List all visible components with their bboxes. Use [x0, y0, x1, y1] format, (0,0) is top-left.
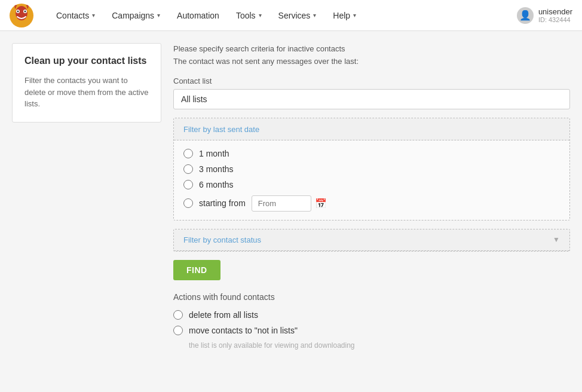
tools-caret: ▾ — [259, 12, 262, 19]
filter-date-title: Filter by last sent date — [183, 125, 259, 134]
svg-point-5 — [24, 10, 26, 12]
radio-input-from[interactable] — [183, 198, 193, 208]
navbar-user[interactable]: 👤 unisender ID: 432444 — [517, 7, 572, 24]
main-content: Please specify search criteria for inact… — [173, 43, 570, 350]
calendar-icon[interactable]: 📅 — [315, 198, 327, 209]
action-radio-delete[interactable] — [173, 310, 183, 320]
from-date-input[interactable] — [252, 195, 311, 212]
nav-item-campaigns[interactable]: Campaigns ▾ — [103, 0, 169, 31]
help-caret: ▾ — [353, 12, 356, 19]
contact-list-label: Contact list — [173, 76, 570, 85]
page-content: Clean up your contact lists Filter the c… — [0, 31, 582, 362]
logo[interactable] — [10, 4, 33, 27]
actions-label: Actions with found contacts — [173, 292, 570, 302]
radio-input-6months[interactable] — [183, 180, 193, 189]
contact-list-select[interactable]: All lists — [173, 89, 570, 109]
campaigns-caret: ▾ — [157, 12, 160, 19]
radio-label-from: starting from — [199, 198, 246, 208]
nav-item-help[interactable]: Help ▾ — [324, 0, 364, 31]
from-input-wrap: 📅 — [252, 195, 327, 212]
radio-3months[interactable]: 3 months — [183, 164, 560, 174]
sidebar-card: Clean up your contact lists Filter the c… — [12, 43, 161, 122]
filter-status-header[interactable]: Filter by contact status ▼ — [174, 229, 569, 251]
sidebar-title: Clean up your contact lists — [24, 56, 149, 66]
radio-label-6months: 6 months — [199, 180, 234, 189]
nav-links: Contacts ▾ Campaigns ▾ Automation Tools … — [48, 0, 517, 31]
radio-input-1month[interactable] — [183, 149, 193, 158]
action-delete: delete from all lists — [173, 310, 570, 320]
radio-6months[interactable]: 6 months — [183, 180, 560, 189]
sidebar-description: Filter the contacts you want to delete o… — [24, 75, 149, 110]
nav-item-tools[interactable]: Tools ▾ — [228, 0, 270, 31]
services-caret: ▾ — [313, 12, 316, 19]
filter-status-toggle-icon: ▼ — [553, 235, 560, 244]
navbar: Contacts ▾ Campaigns ▾ Automation Tools … — [0, 0, 582, 31]
action-label-move: move contacts to "not in lists" — [189, 326, 298, 335]
description-block: Please specify search criteria for inact… — [173, 43, 570, 68]
action-move: move contacts to "not in lists" — [173, 326, 570, 335]
user-name: unisender — [538, 7, 572, 16]
nav-item-services[interactable]: Services ▾ — [270, 0, 325, 31]
filter-date-radio-group: 1 month 3 months 6 months starting from — [183, 149, 560, 212]
user-info: unisender ID: 432444 — [538, 7, 572, 23]
action-label-delete: delete from all lists — [189, 310, 258, 320]
svg-point-4 — [17, 10, 19, 12]
user-avatar-icon: 👤 — [517, 7, 534, 24]
nav-item-contacts[interactable]: Contacts ▾ — [48, 0, 103, 31]
radio-from-row: starting from 📅 — [183, 195, 560, 212]
filter-date-section: Filter by last sent date 1 month 3 month… — [173, 118, 570, 220]
contacts-caret: ▾ — [92, 12, 95, 19]
action-note: the list is only available for viewing a… — [189, 341, 570, 350]
user-id: ID: 432444 — [538, 16, 572, 23]
filter-date-body: 1 month 3 months 6 months starting from — [174, 140, 569, 220]
nav-item-automation[interactable]: Automation — [169, 0, 228, 31]
radio-label-1month: 1 month — [199, 149, 229, 158]
description-line2: The contact was not sent any messages ov… — [173, 56, 570, 68]
radio-1month[interactable]: 1 month — [183, 149, 560, 158]
filter-date-header: Filter by last sent date — [174, 118, 569, 140]
find-button[interactable]: FIND — [173, 260, 220, 280]
radio-label-3months: 3 months — [199, 164, 234, 174]
filter-status-section: Filter by contact status ▼ — [173, 229, 570, 252]
sidebar: Clean up your contact lists Filter the c… — [12, 43, 161, 350]
radio-input-3months[interactable] — [183, 164, 193, 174]
filter-status-title: Filter by contact status — [183, 235, 261, 244]
action-radio-move[interactable] — [173, 326, 183, 335]
description-line1: Please specify search criteria for inact… — [173, 43, 570, 56]
